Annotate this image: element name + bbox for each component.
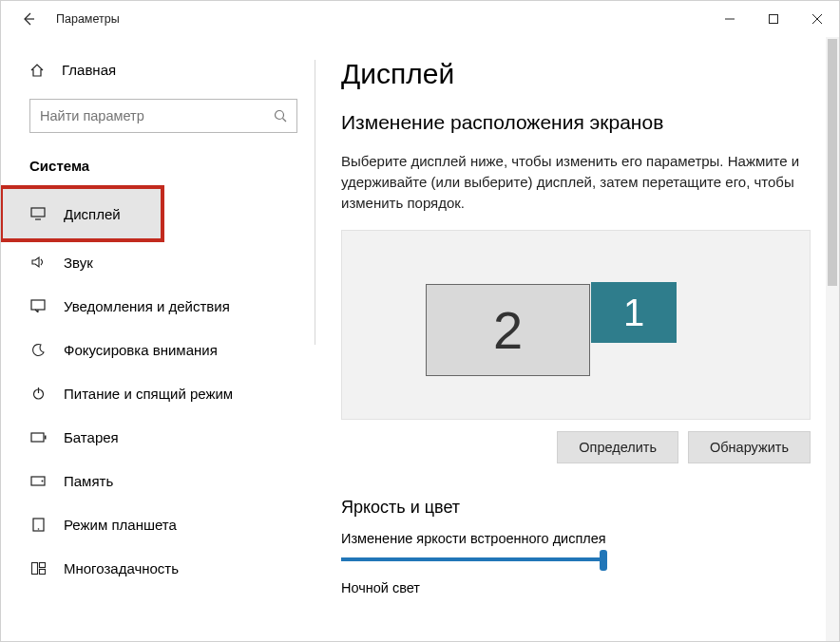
section-arrange-title: Изменение расположения экранов: [341, 111, 811, 134]
sidebar-item-label: Уведомления и действия: [64, 298, 230, 314]
identify-button[interactable]: Определить: [557, 431, 678, 463]
sidebar-item-storage[interactable]: Память: [1, 459, 315, 502]
detect-button[interactable]: Обнаружить: [688, 431, 811, 463]
svg-rect-1: [770, 15, 778, 24]
sidebar-item-label: Многозадачность: [64, 560, 179, 576]
display-arrange-canvas[interactable]: 2 1: [341, 230, 811, 420]
monitor-1[interactable]: 1: [591, 282, 677, 343]
search-box[interactable]: [29, 99, 297, 133]
night-light-label: Ночной свет: [341, 580, 811, 595]
scrollbar[interactable]: [826, 37, 839, 642]
maximize-button[interactable]: [752, 1, 795, 37]
svg-line-5: [283, 119, 287, 123]
sidebar-item-label: Батарея: [64, 429, 119, 445]
section-brightness-title: Яркость и цвет: [341, 498, 811, 518]
sidebar-item-label: Питание и спящий режим: [64, 386, 233, 402]
minimize-button[interactable]: [708, 1, 752, 37]
svg-rect-18: [39, 562, 45, 567]
sidebar-item-power[interactable]: Питание и спящий режим: [1, 371, 315, 415]
sidebar-item-notifications[interactable]: Уведомления и действия: [1, 284, 315, 328]
tablet-icon: [29, 518, 47, 532]
sidebar-item-sound[interactable]: Звук: [1, 240, 315, 284]
svg-point-16: [37, 528, 39, 530]
brightness-slider-label: Изменение яркости встроенного дисплея: [341, 531, 811, 546]
sidebar-item-battery[interactable]: Батарея: [1, 415, 315, 459]
svg-point-4: [276, 111, 284, 120]
sound-icon: [29, 255, 47, 269]
sidebar: Главная Система Дисплей Звук Уведомления…: [1, 37, 315, 642]
sidebar-category: Система: [1, 133, 315, 187]
main-panel: Дисплей Изменение расположения экранов В…: [315, 37, 839, 642]
home-icon: [29, 63, 45, 78]
svg-rect-12: [45, 435, 47, 439]
storage-icon: [29, 476, 47, 486]
window-title: Параметры: [56, 12, 120, 26]
brightness-slider[interactable]: [341, 557, 603, 561]
battery-icon: [29, 432, 47, 443]
sidebar-home[interactable]: Главная: [1, 54, 315, 85]
svg-rect-8: [31, 300, 45, 310]
sidebar-item-label: Фокусировка внимания: [64, 342, 218, 358]
moon-icon: [29, 343, 47, 357]
page-title: Дисплей: [341, 58, 811, 90]
sidebar-item-tablet[interactable]: Режим планшета: [1, 502, 315, 546]
titlebar: Параметры: [1, 1, 839, 37]
power-icon: [29, 387, 47, 401]
sidebar-item-label: Звук: [64, 255, 93, 271]
multitask-icon: [29, 562, 47, 575]
slider-thumb[interactable]: [600, 550, 607, 571]
sidebar-home-label: Главная: [62, 62, 116, 78]
sidebar-item-display[interactable]: Дисплей: [1, 187, 162, 240]
notifications-icon: [29, 299, 47, 312]
sidebar-item-label: Память: [64, 473, 113, 489]
scrollbar-thumb[interactable]: [828, 39, 837, 286]
svg-rect-19: [39, 569, 45, 574]
display-icon: [29, 207, 47, 220]
sidebar-item-label: Дисплей: [64, 206, 121, 222]
search-icon: [274, 109, 287, 123]
arrow-left-icon: [21, 11, 36, 27]
svg-rect-11: [31, 433, 44, 442]
close-button[interactable]: [795, 1, 839, 37]
monitor-2[interactable]: 2: [426, 284, 590, 376]
svg-rect-17: [31, 562, 37, 574]
svg-point-14: [42, 480, 44, 482]
back-button[interactable]: [7, 1, 50, 37]
sidebar-item-multitask[interactable]: Многозадачность: [1, 546, 315, 590]
svg-rect-6: [31, 208, 45, 217]
sidebar-item-label: Режим планшета: [64, 517, 177, 533]
section-arrange-desc: Выберите дисплей ниже, чтобы изменить ег…: [341, 151, 811, 213]
search-input[interactable]: [40, 108, 274, 123]
sidebar-item-focus[interactable]: Фокусировка внимания: [1, 328, 315, 371]
